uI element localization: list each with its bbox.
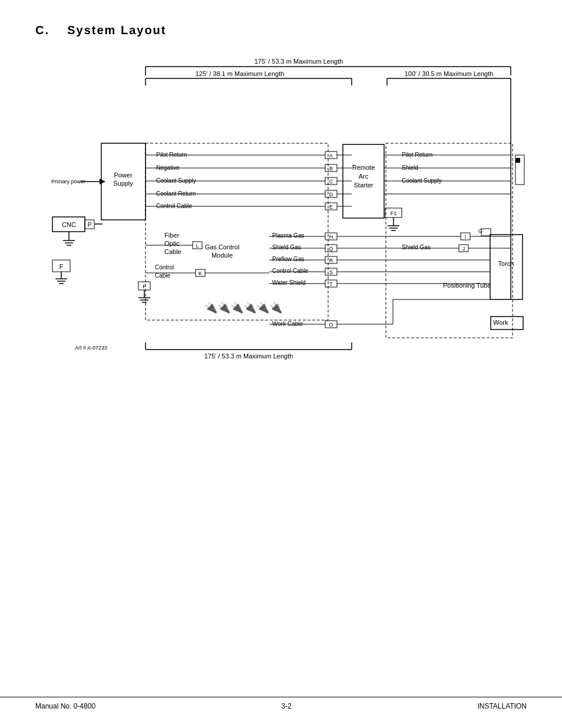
preflow-gas-label: Preflow Gas [272, 256, 304, 262]
shield-gas-right-label: Shield Gas [402, 244, 431, 251]
section-title: System Layout [67, 24, 166, 37]
svg-rect-57 [515, 158, 520, 163]
right-span-label: 100' / 30.5 m Maximum Length [405, 70, 494, 77]
l-connector: L [196, 243, 199, 249]
svg-text:Module: Module [211, 252, 233, 259]
t-connector: T [329, 281, 333, 287]
svg-text:Optic: Optic [164, 240, 180, 247]
j-connector: J [462, 246, 465, 252]
q-connector: Q [329, 246, 333, 252]
r-connector: R [329, 258, 333, 263]
welding-plugs: 🔌🔌🔌🔌🔌🔌 [204, 301, 283, 314]
plasma-gas-label: Plasma Gas [272, 232, 304, 239]
d-connector: D [329, 192, 333, 197]
svg-marker-12 [100, 179, 105, 185]
f1-connector: F1 [391, 210, 397, 216]
torch-label: Torch [498, 260, 514, 267]
svg-text:Cable: Cable [155, 272, 171, 279]
manual-number: Manual No. 0-4800 [35, 702, 95, 710]
svg-text:Arc: Arc [359, 173, 369, 180]
control-cable-k-label: Control [155, 264, 174, 271]
page-header: C. System Layout [0, 0, 562, 43]
remote-arc-starter-label: Remote [352, 164, 375, 171]
cnc-label: CNC [62, 221, 76, 228]
page-footer: Manual No. 0-4800 3-2 INSTALLATION [0, 697, 562, 710]
positioning-tube-label: Positioning Tube [443, 282, 491, 289]
page-title: C. System Layout [35, 24, 527, 37]
a-connector: A [329, 153, 333, 159]
i-connector: I [465, 234, 467, 240]
fiber-optic-label: Fiber [164, 232, 179, 239]
c-connector: C [329, 179, 333, 185]
f-connector-left: F [59, 263, 64, 270]
page-number: 3-2 [282, 702, 292, 710]
diagram-container: 175' / 53.3 m Maximum Length 125' / 38.1… [10, 49, 540, 379]
primary-power-label: Primary power [51, 179, 85, 185]
footer-section: INSTALLATION [477, 702, 527, 710]
svg-rect-81 [481, 229, 491, 236]
svg-text:Supply: Supply [113, 180, 133, 187]
svg-text:Cable: Cable [164, 248, 181, 255]
mid-span-label: 125' / 38.1 m Maximum Length [196, 70, 285, 77]
gas-control-module-label: Gas Control [205, 243, 240, 251]
water-shield-label: Water Shield [272, 279, 306, 286]
system-layout-diagram: 175' / 53.3 m Maximum Length 125' / 38.1… [10, 49, 540, 379]
top-span-label: 175' / 53.3 m Maximum Length [254, 58, 343, 65]
shield-gas-label: Shield Gas [272, 244, 301, 251]
power-supply-label: Power [114, 172, 133, 179]
o-connector: O [329, 322, 333, 328]
h-connector: H [329, 234, 333, 240]
svg-rect-104 [386, 143, 513, 338]
section-letter: C. [35, 24, 49, 37]
p-connector: P [88, 222, 92, 228]
svg-text:Starter: Starter [353, 182, 373, 189]
bottom-span-label: 175' / 53.3 m Maximum Length [204, 353, 293, 360]
work-label: Work [493, 319, 508, 326]
s-connector: S [329, 269, 333, 275]
art-number: Art # A-07233 [75, 345, 107, 351]
b-connector: B [329, 166, 333, 172]
k-connector: K [199, 271, 202, 276]
e-connector: E [329, 204, 333, 210]
control-cable-s-label: Control Cable [272, 268, 309, 274]
svg-rect-55 [490, 235, 523, 299]
